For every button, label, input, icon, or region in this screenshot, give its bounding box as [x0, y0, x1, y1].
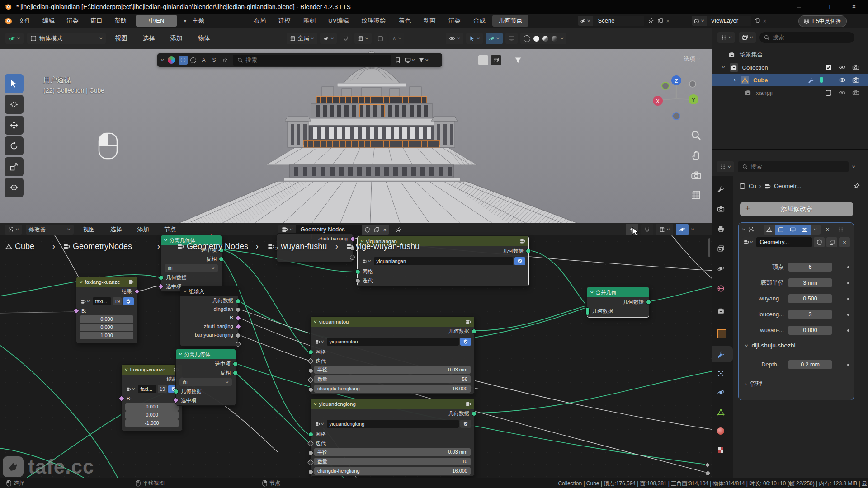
- menu-render[interactable]: 渲染: [61, 17, 85, 25]
- breadcrumb-item[interactable]: Geometry Nodes: [187, 242, 248, 251]
- zoom-view-button[interactable]: [691, 130, 702, 141]
- copy-data-icon[interactable]: [374, 227, 380, 233]
- toggle-edit-mode-icon[interactable]: [775, 225, 787, 235]
- display-mode-button[interactable]: ∨: [405, 57, 415, 63]
- output-socket[interactable]: [233, 361, 238, 366]
- input-socket[interactable]: [308, 350, 313, 355]
- fake-user-button[interactable]: [514, 257, 525, 265]
- sphere-select-icon[interactable]: [189, 56, 198, 65]
- tab-rendering[interactable]: 渲染: [443, 15, 467, 27]
- image-toggle-button[interactable]: [491, 55, 501, 65]
- disable-render-camera-icon[interactable]: [852, 64, 859, 71]
- view-layer-name[interactable]: ViewLayer: [707, 16, 751, 26]
- outliner-row-cube-selected[interactable]: › Cube: [712, 74, 868, 86]
- tab-view-layer-properties[interactable]: [717, 245, 725, 253]
- big-funnel-icon[interactable]: [504, 56, 512, 64]
- visibility-dropdown[interactable]: ∨: [446, 33, 463, 44]
- gizmo-y-axis[interactable]: Y: [692, 97, 695, 103]
- gizmo-x-neg[interactable]: [689, 81, 696, 87]
- tab-layout[interactable]: 布局: [248, 15, 272, 27]
- hide-eye-icon[interactable]: [839, 89, 846, 96]
- input-socket[interactable]: [308, 450, 313, 455]
- input-socket[interactable]: [355, 269, 360, 274]
- properties-pin-icon[interactable]: [853, 183, 860, 189]
- properties-editor-type-button[interactable]: ∨: [717, 161, 734, 172]
- outliner-search-input[interactable]: 搜索: [760, 32, 854, 43]
- subsection-header[interactable]: ∨diji-shuju-shezhi: [745, 342, 795, 349]
- node-menu-node[interactable]: 节点: [159, 225, 182, 234]
- breadcrumb-object[interactable]: Cu: [749, 183, 756, 189]
- snap-settings-dropdown[interactable]: ∨: [354, 33, 372, 44]
- animate-dot[interactable]: [847, 364, 849, 366]
- modifier-node-group-name[interactable]: Geometry...: [756, 237, 812, 247]
- node-editor-type-button[interactable]: ∨: [5, 225, 22, 235]
- output-socket[interactable]: [236, 307, 241, 312]
- animate-dot[interactable]: [847, 282, 849, 284]
- output-socket[interactable]: [526, 249, 531, 253]
- outliner-row-xiangji[interactable]: xiangji: [712, 87, 868, 99]
- viewport-menu-object[interactable]: 物体: [192, 34, 216, 42]
- disable-render-camera-icon[interactable]: [852, 76, 859, 84]
- tab-particle-properties[interactable]: [717, 370, 725, 377]
- pin-small-icon[interactable]: [220, 56, 229, 65]
- output-socket[interactable]: [236, 333, 241, 338]
- view-layer-browse-button[interactable]: ∨: [692, 16, 707, 26]
- disable-render-camera-icon[interactable]: [852, 89, 859, 96]
- modifier-extras-dropdown[interactable]: ∨: [811, 225, 821, 235]
- tab-geometry-nodes[interactable]: 几何节点: [492, 15, 528, 27]
- white-toggle-button[interactable]: [478, 55, 488, 65]
- tab-texture-paint[interactable]: 纹理喷绘: [356, 15, 392, 27]
- node-group-input-1[interactable]: ∨组输入 几何数据 dingdian B zhuti-banjing banyu…: [180, 286, 239, 347]
- radius-field[interactable]: 半径0.03 mm: [314, 448, 471, 456]
- tool-transform[interactable]: [5, 178, 24, 197]
- input-socket[interactable]: [159, 275, 164, 280]
- fake-user-button[interactable]: [460, 338, 471, 346]
- toggle-realtime-icon[interactable]: [787, 225, 799, 235]
- bookmark-icon[interactable]: [395, 57, 401, 63]
- input-socket[interactable]: [308, 469, 313, 474]
- scene-unlink-icon[interactable]: ×: [666, 18, 670, 24]
- node-yiquandenglong[interactable]: ∨yiquandenglong 几何数据 ∨ yiquandenglong 网格…: [310, 399, 475, 476]
- count-field[interactable]: 数量10: [314, 458, 471, 465]
- drag-handle-icon[interactable]: [838, 226, 844, 233]
- snap-toggle[interactable]: [340, 33, 352, 44]
- input-socket[interactable]: [174, 389, 179, 394]
- tool-move[interactable]: [5, 116, 24, 135]
- pivot-point-dropdown[interactable]: ∨: [320, 33, 337, 44]
- node-group-browse-button[interactable]: ∨: [125, 385, 137, 393]
- domain-dropdown[interactable]: 面∨: [165, 264, 218, 272]
- radius-field[interactable]: 半径0.03 mm: [314, 366, 471, 374]
- xray-toggle[interactable]: [505, 33, 518, 44]
- fake-user-shield-icon[interactable]: [364, 227, 370, 233]
- proportional-edit-toggle[interactable]: [374, 33, 387, 44]
- letter-a-icon[interactable]: A: [199, 56, 208, 65]
- menu-edit[interactable]: 编辑: [37, 17, 61, 25]
- fake-user-button[interactable]: [123, 297, 134, 305]
- properties-options-arrow[interactable]: ∨: [851, 165, 856, 169]
- panel-collapse-arrow[interactable]: ∨: [741, 228, 746, 231]
- navigation-gizmo[interactable]: Z X Y: [650, 72, 703, 125]
- node-faxiang-xuanze-1[interactable]: ∨faxiang-xuanze 结果 ∨ faxi... 19 B: 0.000…: [76, 277, 137, 343]
- gizmo-x-axis[interactable]: X: [656, 99, 660, 104]
- fake-user-shield-button[interactable]: [814, 237, 825, 247]
- add-modifier-button[interactable]: + 添加修改器: [740, 202, 853, 216]
- scene-browse-button[interactable]: ∨: [578, 16, 593, 26]
- editor-type-button[interactable]: ∨: [5, 33, 24, 44]
- param-value-field[interactable]: 3 mm: [788, 278, 832, 287]
- domain-dropdown[interactable]: 面∨: [179, 378, 232, 386]
- gizmo-z-axis[interactable]: Z: [675, 78, 678, 84]
- node-group-name-field[interactable]: yiquanmutou: [327, 338, 459, 346]
- user-count-badge[interactable]: 19: [158, 385, 167, 393]
- tab-texture-properties[interactable]: [717, 446, 724, 454]
- tab-material-properties[interactable]: [717, 427, 724, 435]
- unlink-data-icon[interactable]: ×: [383, 226, 387, 233]
- blender-menu-icon[interactable]: [4, 16, 13, 25]
- output-socket[interactable]: [233, 371, 238, 375]
- hide-eye-icon[interactable]: [839, 64, 846, 71]
- vector-y-field[interactable]: 0.000: [80, 324, 133, 331]
- node-snap-toggle[interactable]: [641, 224, 653, 235]
- menu-file[interactable]: 文件: [13, 17, 37, 25]
- node-faxiang-xuanze-2[interactable]: ∨faxiang-xuanze 结果 ∨ faxi... 19 B: 0.000…: [121, 364, 183, 431]
- node-group-browse-button[interactable]: ∨: [742, 237, 755, 247]
- node-group-browse-button[interactable]: ∨: [361, 257, 373, 265]
